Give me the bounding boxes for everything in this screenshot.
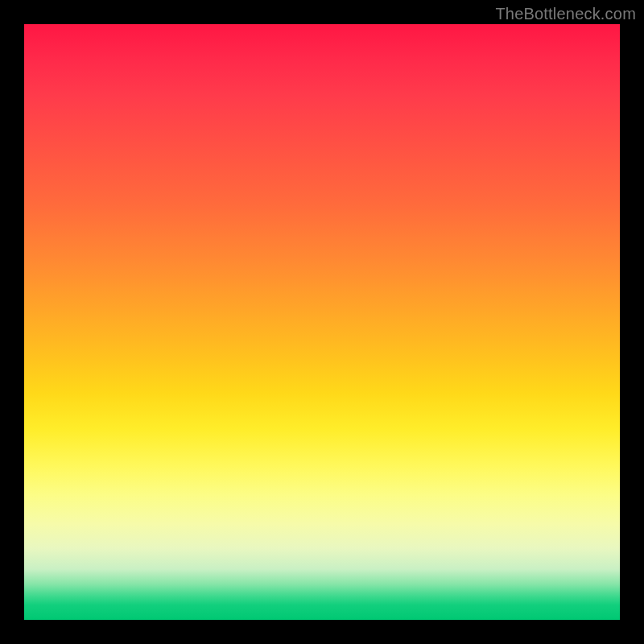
bottleneck-gradient (24, 24, 620, 620)
attribution-text: TheBottleneck.com (495, 5, 636, 23)
chart-frame: TheBottleneck.com (0, 0, 644, 644)
plot-area (24, 24, 620, 620)
